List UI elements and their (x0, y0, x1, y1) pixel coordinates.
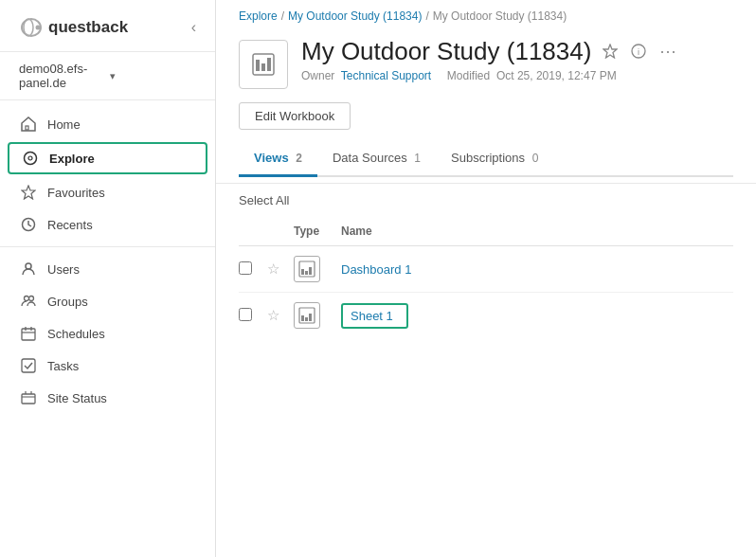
user-icon (19, 261, 38, 277)
sidebar-item-groups[interactable]: Groups (0, 285, 215, 317)
workbook-title: My Outdoor Study (11834) (301, 38, 591, 65)
svg-rect-34 (309, 314, 312, 321)
table-header-row: Type Name (239, 217, 733, 246)
sidebar-label-recents: Recents (47, 218, 93, 232)
breadcrumb-study-1[interactable]: My Outdoor Study (11834) (288, 9, 422, 23)
sidebar-label-tasks: Tasks (47, 359, 79, 373)
svg-point-4 (25, 153, 37, 165)
sidebar-label-home: Home (47, 117, 81, 132)
svg-marker-24 (603, 45, 617, 58)
content-area: Select All Type Name (216, 184, 756, 557)
row2-type-cell (294, 293, 341, 339)
col-header-star (267, 217, 294, 246)
workbook-title-row: My Outdoor Study (11834) i ··· (301, 38, 733, 65)
col-header-checkbox (239, 217, 267, 246)
main-content: Explore / My Outdoor Study (11834) / My … (216, 0, 756, 557)
logo-icon (19, 17, 44, 38)
svg-rect-30 (309, 267, 312, 275)
sidebar-label-groups: Groups (47, 295, 88, 309)
sidebar-label-explore: Explore (49, 152, 95, 166)
svg-rect-32 (301, 315, 304, 321)
svg-rect-21 (256, 60, 260, 71)
more-options-button[interactable]: ··· (657, 40, 678, 63)
row2-checkbox[interactable] (239, 308, 252, 321)
svg-point-2 (36, 26, 41, 30)
org-selector[interactable]: demo08.efs-panel.de ▾ (0, 52, 215, 100)
row2-type-icon (294, 302, 320, 329)
sidebar-item-site-status[interactable]: Site Status (0, 382, 215, 414)
breadcrumb-study-2: My Outdoor Study (11834) (433, 9, 567, 23)
svg-rect-23 (267, 58, 271, 71)
table-row: ☆ Dashboard 1 (239, 246, 733, 293)
calendar-icon (19, 326, 38, 341)
row1-type-icon (294, 256, 320, 282)
row1-name-link[interactable]: Dashboard 1 (341, 262, 411, 277)
sidebar-item-explore[interactable]: Explore (8, 142, 207, 174)
svg-text:i: i (638, 47, 639, 57)
tab-views[interactable]: Views 2 (239, 141, 317, 177)
views-table: Type Name ☆ (239, 217, 733, 338)
sidebar-label-favourites: Favourites (47, 186, 105, 200)
row2-name-link[interactable]: Sheet 1 (351, 309, 393, 323)
collapse-button[interactable]: ‹ (191, 19, 196, 36)
favourite-button[interactable] (601, 42, 620, 61)
col-header-name: Name (341, 217, 733, 246)
chevron-down-icon: ▾ (110, 70, 197, 82)
owner-label: Owner (301, 69, 334, 82)
svg-point-5 (28, 156, 32, 160)
tab-data-sources[interactable]: Data Sources 1 (317, 141, 436, 177)
explore-icon (21, 151, 40, 166)
sidebar-label-schedules: Schedules (47, 327, 105, 341)
row1-star-cell: ☆ (267, 246, 294, 293)
sidebar-item-home[interactable]: Home (0, 108, 215, 140)
topbar: Explore / My Outdoor Study (11834) / My … (216, 0, 756, 184)
svg-rect-11 (22, 329, 35, 340)
breadcrumb-sep-2: / (425, 9, 428, 23)
svg-point-1 (24, 19, 33, 36)
sidebar-item-recents[interactable]: Recents (0, 208, 215, 241)
info-button[interactable]: i (629, 42, 648, 61)
tab-subscriptions[interactable]: Subscriptions 0 (436, 141, 553, 177)
svg-rect-16 (22, 394, 35, 404)
modified-date: Oct 25, 2019, 12:47 PM (496, 69, 617, 82)
workbook-icon (239, 40, 288, 89)
svg-marker-6 (22, 186, 35, 199)
breadcrumb: Explore / My Outdoor Study (11834) / My … (239, 9, 733, 23)
svg-rect-33 (305, 317, 308, 321)
sidebar-label-site-status: Site Status (47, 391, 107, 405)
select-all[interactable]: Select All (239, 184, 733, 213)
edit-workbook-button[interactable]: Edit Workbook (239, 102, 351, 130)
groups-icon (19, 294, 38, 309)
logo-text: questback (48, 18, 128, 37)
svg-point-10 (29, 296, 34, 301)
workbook-info: My Outdoor Study (11834) i ··· Owner Tec… (301, 38, 733, 82)
site-status-icon (19, 390, 38, 405)
tabs: Views 2 Data Sources 1 Subscriptions 0 (239, 141, 733, 177)
row2-name-cell: Sheet 1 (341, 293, 733, 339)
sidebar-item-favourites[interactable]: Favourites (0, 176, 215, 208)
org-name: demo08.efs-panel.de (19, 62, 106, 90)
sidebar-item-schedules[interactable]: Schedules (0, 317, 215, 350)
row1-name-cell: Dashboard 1 (341, 246, 733, 293)
svg-rect-3 (26, 126, 28, 130)
row1-checkbox[interactable] (239, 261, 252, 275)
row1-type-cell (294, 246, 341, 293)
clock-icon (19, 217, 38, 232)
modified-label: Modified (447, 69, 490, 82)
svg-rect-29 (305, 271, 308, 275)
sidebar: questback ‹ demo08.efs-panel.de ▾ Home E… (0, 0, 216, 557)
svg-rect-22 (261, 63, 265, 71)
star-icon (19, 185, 38, 200)
breadcrumb-explore[interactable]: Explore (239, 9, 278, 23)
svg-point-9 (25, 296, 29, 301)
row2-checkbox-cell (239, 293, 267, 339)
row2-favourite-button[interactable]: ☆ (267, 307, 279, 324)
sidebar-item-users[interactable]: Users (0, 253, 215, 285)
col-header-type: Type (294, 217, 341, 246)
svg-rect-15 (22, 359, 35, 372)
owner-link[interactable]: Technical Support (341, 69, 431, 82)
sidebar-header: questback ‹ (0, 0, 215, 52)
sidebar-item-tasks[interactable]: Tasks (0, 350, 215, 382)
row1-favourite-button[interactable]: ☆ (267, 261, 279, 278)
logo: questback (19, 17, 128, 38)
